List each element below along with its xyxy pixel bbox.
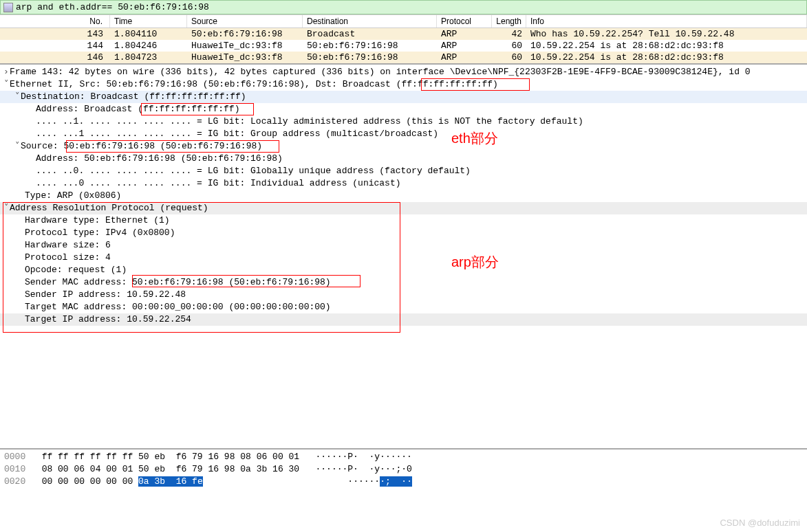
chevron-down-icon[interactable]: ˅: [3, 78, 10, 91]
chevron-down-icon[interactable]: ˅: [14, 140, 21, 153]
col-time[interactable]: Time: [110, 15, 187, 27]
tree-eth-dst[interactable]: ˅Destination: Broadcast (ff:ff:ff:ff:ff:…: [0, 91, 807, 103]
highlight-box: [421, 78, 530, 91]
highlight-box: [66, 140, 279, 153]
tree-ethernet[interactable]: ˅Ethernet II, Src: 50:eb:f6:79:16:98 (50…: [0, 78, 807, 91]
tree-eth-src-lg[interactable]: .... ..0. .... .... .... .... = LG bit: …: [0, 165, 807, 177]
hex-selected: 0a 3b 16 fe: [138, 476, 203, 487]
hex-row[interactable]: 0020 00 00 00 00 00 00 0a 3b 16 fe ·····…: [4, 476, 807, 488]
tree-frame[interactable]: ›Frame 143: 42 bytes on wire (336 bits),…: [0, 66, 807, 78]
filter-input[interactable]: arp and eth.addr== 50:eb:f6:79:16:98: [16, 2, 209, 12]
tree-eth-dst-lg[interactable]: .... ..1. .... .... .... .... = LG bit: …: [0, 115, 807, 128]
annotation-arp: arp部分: [451, 256, 499, 268]
col-length[interactable]: Length: [492, 15, 526, 27]
tree-eth-dst-ig[interactable]: .... ...1 .... .... .... .... = IG bit: …: [0, 128, 807, 140]
tree-eth-dst-addr[interactable]: Address: Broadcast (ff:ff:ff:ff:ff:ff): [0, 103, 807, 115]
hex-row[interactable]: 0010 08 00 06 04 00 01 50 eb f6 79 16 98…: [4, 463, 807, 476]
col-protocol[interactable]: Protocol: [437, 15, 492, 27]
col-destination[interactable]: Destination: [303, 15, 437, 27]
packet-row[interactable]: 143 1.804110 50:eb:f6:79:16:98 Broadcast…: [0, 28, 807, 40]
highlight-box: [3, 202, 400, 333]
highlight-box: [132, 275, 361, 287]
packet-list-header[interactable]: No. Time Source Destination Protocol Len…: [0, 15, 807, 28]
packet-details-pane: ›Frame 143: 42 bytes on wire (336 bits),…: [0, 63, 807, 393]
tree-eth-src-addr[interactable]: Address: 50:eb:f6:79:16:98 (50:eb:f6:79:…: [0, 153, 807, 165]
bookmark-icon[interactable]: [3, 3, 13, 12]
packet-list-pane: No. Time Source Destination Protocol Len…: [0, 14, 807, 63]
tree-eth-src-ig[interactable]: .... ...0 .... .... .... .... = IG bit: …: [0, 177, 807, 190]
tree-eth-type[interactable]: Type: ARP (0x0806): [0, 190, 807, 202]
col-info[interactable]: Info: [526, 15, 807, 27]
display-filter-bar[interactable]: arp and eth.addr== 50:eb:f6:79:16:98: [0, 0, 807, 14]
hex-row[interactable]: 0000 ff ff ff ff ff ff 50 eb f6 79 16 98…: [4, 451, 807, 463]
packet-bytes-pane[interactable]: 0000 ff ff ff ff ff ff 50 eb f6 79 16 98…: [0, 448, 807, 489]
col-no[interactable]: No.: [0, 15, 110, 27]
packet-row[interactable]: 146 1.804723 HuaweiTe_dc:93:f8 50:eb:f6:…: [0, 52, 807, 63]
annotation-eth: eth部分: [451, 132, 498, 144]
packet-row[interactable]: 144 1.804246 HuaweiTe_dc:93:f8 50:eb:f6:…: [0, 40, 807, 52]
chevron-down-icon[interactable]: ˅: [14, 91, 21, 103]
chevron-right-icon[interactable]: ›: [3, 66, 10, 78]
highlight-box: [141, 103, 254, 115]
col-source[interactable]: Source: [187, 15, 303, 27]
